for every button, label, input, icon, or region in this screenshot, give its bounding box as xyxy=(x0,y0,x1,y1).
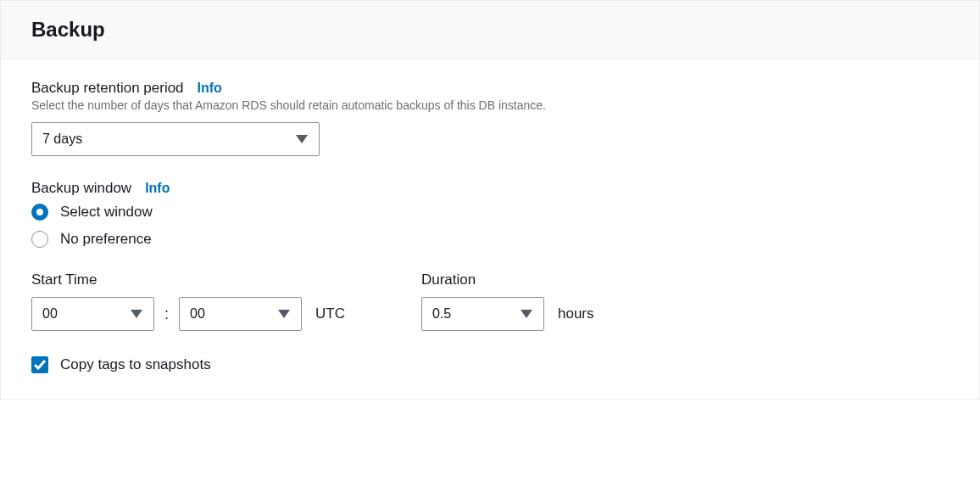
radio-select-window-label: Select window xyxy=(60,204,153,221)
time-duration-row: Start Time 00 : 00 UT xyxy=(31,271,949,331)
radio-no-preference-label: No preference xyxy=(60,231,152,248)
duration-unit-label: hours xyxy=(558,305,594,322)
start-time-column: Start Time 00 : 00 UT xyxy=(31,271,345,331)
radio-select-window[interactable]: Select window xyxy=(31,204,949,221)
retention-label-row: Backup retention period Info xyxy=(31,80,949,97)
timezone-label: UTC xyxy=(315,305,345,322)
backup-window-label: Backup window xyxy=(31,180,131,197)
start-time-inputs: 00 : 00 UTC xyxy=(31,297,345,331)
duration-column: Duration 0.5 hours xyxy=(421,271,594,331)
panel-title: Backup xyxy=(31,18,949,42)
radio-icon-unchecked xyxy=(31,231,48,248)
copy-tags-checkbox[interactable]: Copy tags to snapshots xyxy=(31,356,949,373)
time-colon: : xyxy=(164,305,169,323)
retention-select[interactable]: 7 days xyxy=(31,122,320,156)
retention-field: Backup retention period Info Select the … xyxy=(31,80,949,156)
panel-body: Backup retention period Info Select the … xyxy=(1,59,979,399)
checkbox-checked-icon xyxy=(31,356,48,373)
backup-window-field: Backup window Info Select window No pref… xyxy=(31,180,949,248)
copy-tags-label: Copy tags to snapshots xyxy=(60,356,211,373)
start-hour-select[interactable]: 00 xyxy=(31,297,154,331)
start-time-label: Start Time xyxy=(31,271,345,288)
start-minute-select[interactable]: 00 xyxy=(179,297,302,331)
start-hour-value: 00 xyxy=(31,297,154,331)
retention-description: Select the number of days that Amazon RD… xyxy=(31,98,949,112)
duration-select[interactable]: 0.5 xyxy=(421,297,544,331)
backup-panel: Backup Backup retention period Info Sele… xyxy=(0,0,980,400)
retention-select-value: 7 days xyxy=(31,122,320,156)
start-minute-value: 00 xyxy=(179,297,302,331)
duration-label: Duration xyxy=(421,271,594,288)
backup-window-radio-group: Select window No preference xyxy=(31,204,949,248)
retention-label: Backup retention period xyxy=(31,80,184,97)
backup-window-info-link[interactable]: Info xyxy=(145,181,170,196)
backup-window-label-row: Backup window Info xyxy=(31,180,949,197)
panel-header: Backup xyxy=(1,1,979,59)
radio-no-preference[interactable]: No preference xyxy=(31,231,949,248)
duration-inputs: 0.5 hours xyxy=(421,297,594,331)
radio-icon-checked xyxy=(31,204,48,221)
duration-value: 0.5 xyxy=(421,297,544,331)
retention-info-link[interactable]: Info xyxy=(198,81,222,96)
